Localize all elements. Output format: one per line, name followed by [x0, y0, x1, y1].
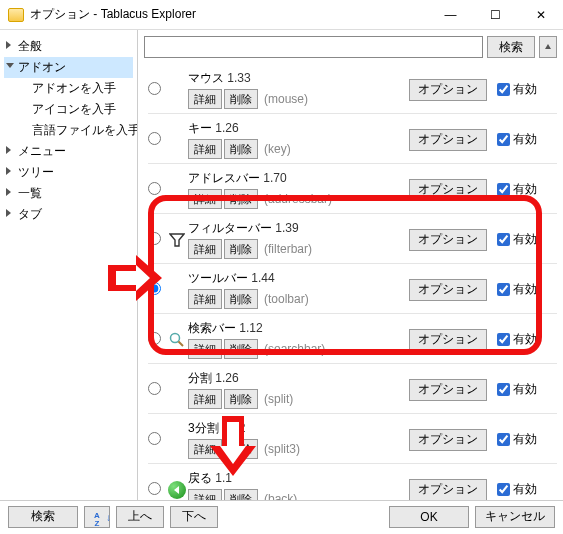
addon-version: 1.33	[224, 71, 251, 85]
enabled-checkbox[interactable]	[497, 383, 510, 396]
titlebar: オプション - Tablacus Explorer — ☐ ✕	[0, 0, 563, 30]
details-button[interactable]: 詳細	[188, 239, 222, 259]
sort-az-button[interactable]: AZ	[84, 506, 110, 528]
enabled-label: 有効	[513, 131, 537, 148]
select-radio[interactable]	[148, 332, 161, 345]
tree-item-メニュー[interactable]: メニュー	[4, 141, 133, 162]
enabled-checkbox-wrap[interactable]: 有効	[497, 181, 553, 198]
enabled-checkbox[interactable]	[497, 283, 510, 296]
details-button[interactable]: 詳細	[188, 339, 222, 359]
delete-button[interactable]: 削除	[224, 139, 258, 159]
back-arrow-icon	[168, 481, 186, 499]
enabled-checkbox-wrap[interactable]: 有効	[497, 281, 553, 298]
enabled-checkbox[interactable]	[497, 83, 510, 96]
option-button[interactable]: オプション	[409, 329, 487, 351]
cancel-button[interactable]: キャンセル	[475, 506, 555, 528]
enabled-checkbox-wrap[interactable]: 有効	[497, 431, 553, 448]
option-button[interactable]: オプション	[409, 379, 487, 401]
folder-icon	[8, 8, 24, 22]
addon-id: (toolbar)	[264, 292, 309, 306]
enabled-checkbox-wrap[interactable]: 有効	[497, 231, 553, 248]
addon-id: (mouse)	[264, 92, 308, 106]
addon-icon-cell	[166, 232, 188, 248]
magnifier-icon	[169, 332, 185, 348]
select-radio[interactable]	[148, 182, 161, 195]
search-button[interactable]: 検索	[487, 36, 535, 58]
enabled-checkbox-wrap[interactable]: 有効	[497, 481, 553, 498]
addon-row-filterbar: フィルターバー 1.39詳細削除(filterbar)オプション有効	[148, 213, 557, 263]
addon-name: アドレスバー	[188, 171, 260, 185]
enabled-checkbox[interactable]	[497, 433, 510, 446]
addon-version: 1.26	[212, 371, 239, 385]
svg-point-2	[171, 333, 180, 342]
tree-item-全般[interactable]: 全般	[4, 36, 133, 57]
details-button[interactable]: 詳細	[188, 439, 222, 459]
close-button[interactable]: ✕	[518, 1, 563, 29]
option-button[interactable]: オプション	[409, 279, 487, 301]
addon-id: (split)	[264, 392, 293, 406]
scroll-up-icon[interactable]	[539, 36, 557, 58]
move-down-button[interactable]: 下へ	[170, 506, 218, 528]
addon-row-toolbar: ツールバー 1.44詳細削除(toolbar)オプション有効	[148, 263, 557, 313]
details-button[interactable]: 詳細	[188, 289, 222, 309]
search-input[interactable]	[144, 36, 483, 58]
enabled-checkbox[interactable]	[497, 183, 510, 196]
svg-marker-4	[174, 486, 179, 494]
select-radio[interactable]	[148, 82, 161, 95]
tree-item-タブ[interactable]: タブ	[4, 204, 133, 225]
details-button[interactable]: 詳細	[188, 389, 222, 409]
details-button[interactable]: 詳細	[188, 139, 222, 159]
addon-id: (filterbar)	[264, 242, 312, 256]
enabled-checkbox-wrap[interactable]: 有効	[497, 131, 553, 148]
tree-item-アドオンを入手[interactable]: アドオンを入手	[4, 78, 133, 99]
tree-item-アイコンを入手[interactable]: アイコンを入手	[4, 99, 133, 120]
select-radio[interactable]	[148, 282, 161, 295]
addon-row-back: 戻る 1.1詳細削除(back)オプション有効	[148, 463, 557, 500]
tree-item-ツリー[interactable]: ツリー	[4, 162, 133, 183]
addon-search-bar: 検索	[138, 30, 563, 64]
delete-button[interactable]: 削除	[224, 439, 258, 459]
enabled-checkbox-wrap[interactable]: 有効	[497, 381, 553, 398]
delete-button[interactable]: 削除	[224, 289, 258, 309]
minimize-button[interactable]: —	[428, 1, 473, 29]
enabled-checkbox[interactable]	[497, 483, 510, 496]
delete-button[interactable]: 削除	[224, 189, 258, 209]
category-tree[interactable]: 全般アドオンアドオンを入手アイコンを入手言語ファイルを入手メニューツリー一覧タブ	[0, 30, 138, 500]
move-up-button[interactable]: 上へ	[116, 506, 164, 528]
select-radio[interactable]	[148, 232, 161, 245]
option-button[interactable]: オプション	[409, 129, 487, 151]
delete-button[interactable]: 削除	[224, 489, 258, 500]
addon-id: (back)	[264, 492, 297, 500]
ok-button[interactable]: OK	[389, 506, 469, 528]
enabled-checkbox[interactable]	[497, 133, 510, 146]
select-radio[interactable]	[148, 132, 161, 145]
option-button[interactable]: オプション	[409, 179, 487, 201]
svg-marker-0	[545, 44, 551, 49]
details-button[interactable]: 詳細	[188, 489, 222, 500]
details-button[interactable]: 詳細	[188, 89, 222, 109]
option-button[interactable]: オプション	[409, 479, 487, 501]
enabled-checkbox[interactable]	[497, 233, 510, 246]
tree-item-アドオン[interactable]: アドオン	[4, 57, 133, 78]
option-button[interactable]: オプション	[409, 429, 487, 451]
select-radio[interactable]	[148, 482, 161, 495]
delete-button[interactable]: 削除	[224, 389, 258, 409]
addon-name: 検索バー	[188, 321, 236, 335]
footer-search-button[interactable]: 検索	[8, 506, 78, 528]
select-radio[interactable]	[148, 432, 161, 445]
enabled-checkbox-wrap[interactable]: 有効	[497, 331, 553, 348]
tree-item-言語ファイルを入手[interactable]: 言語ファイルを入手	[4, 120, 133, 141]
delete-button[interactable]: 削除	[224, 239, 258, 259]
enabled-checkbox-wrap[interactable]: 有効	[497, 81, 553, 98]
maximize-button[interactable]: ☐	[473, 1, 518, 29]
details-button[interactable]: 詳細	[188, 189, 222, 209]
tree-item-一覧[interactable]: 一覧	[4, 183, 133, 204]
option-button[interactable]: オプション	[409, 79, 487, 101]
delete-button[interactable]: 削除	[224, 339, 258, 359]
select-radio[interactable]	[148, 382, 161, 395]
addon-name: キー	[188, 121, 212, 135]
delete-button[interactable]: 削除	[224, 89, 258, 109]
enabled-checkbox[interactable]	[497, 333, 510, 346]
option-button[interactable]: オプション	[409, 229, 487, 251]
enabled-label: 有効	[513, 381, 537, 398]
